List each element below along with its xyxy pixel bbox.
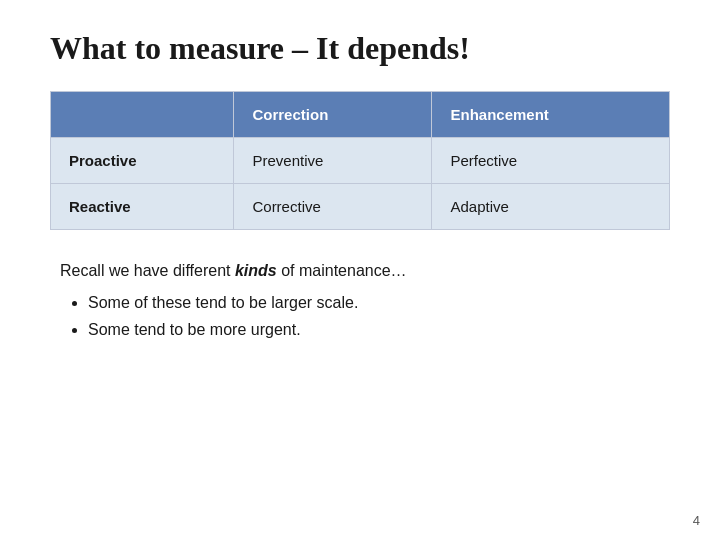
header-enhancement: Enhancement (432, 92, 670, 138)
bullet-1: Some of these tend to be larger scale. (88, 290, 670, 316)
intro-end: of maintenance… (277, 262, 407, 279)
cell-corrective: Corrective (234, 184, 432, 230)
slide: What to measure – It depends! Correction… (0, 0, 720, 540)
cell-adaptive: Adaptive (432, 184, 670, 230)
table-row-proactive: Proactive Preventive Perfective (51, 138, 670, 184)
intro-text: Recall we have different (60, 262, 235, 279)
table-row-reactive: Reactive Corrective Adaptive (51, 184, 670, 230)
cell-preventive: Preventive (234, 138, 432, 184)
bullet-2: Some tend to be more urgent. (88, 317, 670, 343)
intro-paragraph: Recall we have different kinds of mainte… (60, 258, 670, 284)
maintenance-table: Correction Enhancement Proactive Prevent… (50, 91, 670, 230)
slide-title: What to measure – It depends! (50, 30, 670, 67)
bullet-list: Some of these tend to be larger scale. S… (60, 290, 670, 343)
row-label-reactive: Reactive (51, 184, 234, 230)
header-correction: Correction (234, 92, 432, 138)
table-header-row: Correction Enhancement (51, 92, 670, 138)
table-container: Correction Enhancement Proactive Prevent… (50, 91, 670, 230)
kinds-word: kinds (235, 262, 277, 279)
header-empty-cell (51, 92, 234, 138)
cell-perfective: Perfective (432, 138, 670, 184)
body-text: Recall we have different kinds of mainte… (50, 258, 670, 343)
row-label-proactive: Proactive (51, 138, 234, 184)
slide-number: 4 (693, 513, 700, 528)
